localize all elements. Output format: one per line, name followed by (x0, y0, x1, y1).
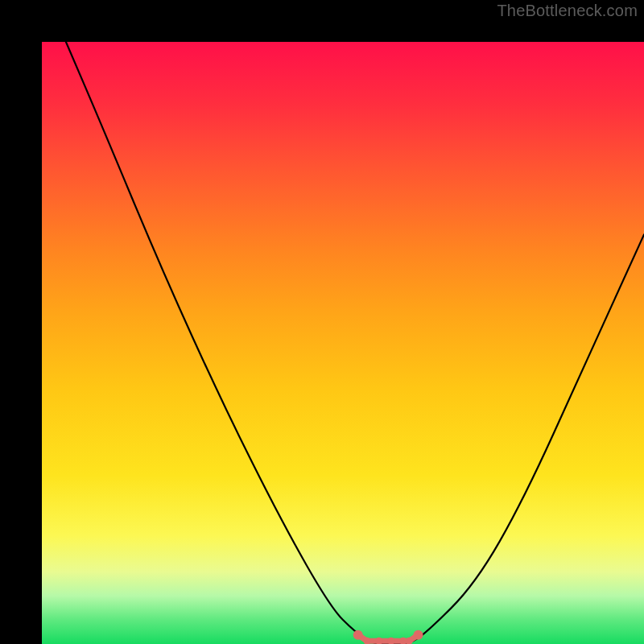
minimum-marker (353, 630, 363, 640)
chart-plot-area (42, 42, 644, 644)
watermark-text: TheBottleneck.com (497, 2, 638, 20)
minimum-marker (414, 630, 423, 640)
chart-svg (42, 42, 644, 644)
minimum-band-markers (353, 630, 423, 644)
bottleneck-curve-path (66, 42, 644, 644)
chart-frame (0, 0, 644, 644)
